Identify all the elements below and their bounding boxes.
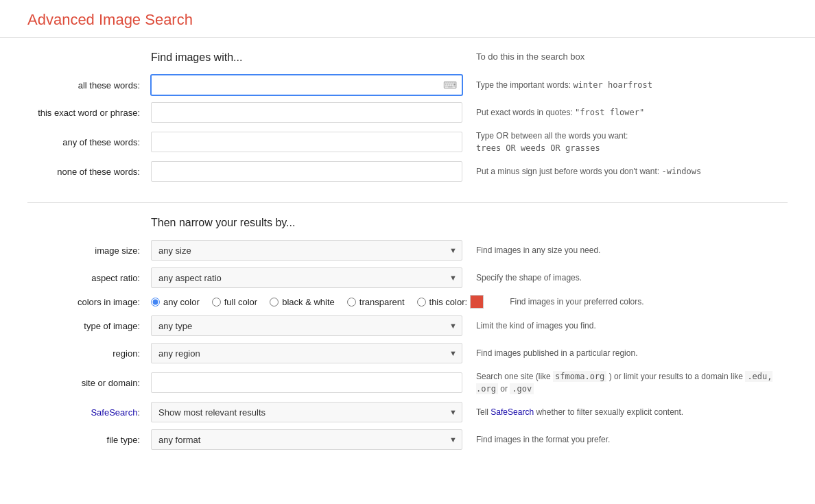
file-type-hint: Find images in the format you prefer. bbox=[476, 433, 788, 446]
file-type-label: file type: bbox=[27, 435, 151, 445]
site-domain-input[interactable] bbox=[151, 372, 462, 393]
image-size-hint: Find images in any size you need. bbox=[476, 244, 788, 256]
safesearch-wrapper: Show most relevant results Filter explic… bbox=[151, 402, 462, 422]
bw-radio-label[interactable]: black & white bbox=[270, 297, 335, 307]
safesearch-select-wrap: Show most relevant results Filter explic… bbox=[151, 402, 462, 422]
aspect-ratio-select[interactable]: any aspect ratio tall square wide panora… bbox=[151, 267, 462, 288]
transparent-radio[interactable] bbox=[347, 298, 356, 307]
aspect-ratio-select-wrap: any aspect ratio tall square wide panora… bbox=[151, 267, 462, 288]
all-words-input-wrap: ⌨ bbox=[151, 75, 462, 95]
none-words-label: none of these words: bbox=[27, 167, 151, 177]
narrow-section-title: Then narrow your results by... bbox=[151, 217, 556, 229]
bw-text: black & white bbox=[282, 297, 335, 307]
color-swatch[interactable] bbox=[470, 295, 484, 309]
any-color-radio-label[interactable]: any color bbox=[151, 297, 200, 307]
none-words-row: none of these words: Put a minus sign ju… bbox=[27, 161, 788, 182]
transparent-text: transparent bbox=[359, 297, 405, 307]
file-type-select[interactable]: any format jpg gif png bmp svg webp ico … bbox=[151, 429, 462, 450]
gov-hint: .gov bbox=[510, 383, 534, 394]
colors-row: colors in image: any color full color bl… bbox=[27, 295, 788, 309]
colors-label: colors in image: bbox=[27, 297, 151, 307]
page-header: Advanced Image Search bbox=[0, 0, 815, 38]
bw-radio[interactable] bbox=[270, 298, 279, 307]
any-words-label: any of these words: bbox=[27, 137, 151, 147]
safesearch-hint-link[interactable]: SafeSearch bbox=[491, 407, 534, 417]
find-images-section: Find images with... To do this in the se… bbox=[27, 51, 788, 182]
full-color-text: full color bbox=[224, 297, 257, 307]
exact-phrase-label: this exact word or phrase: bbox=[27, 108, 151, 118]
exact-phrase-row: this exact word or phrase: Put exact wor… bbox=[27, 102, 788, 123]
colors-input-area: any color full color black & white trans… bbox=[151, 295, 496, 309]
region-select-wrap: any region ▼ bbox=[151, 343, 462, 363]
image-size-select[interactable]: any size large medium icon bbox=[151, 240, 462, 261]
narrow-results-section: Then narrow your results by... image siz… bbox=[27, 217, 788, 450]
any-words-input[interactable] bbox=[151, 132, 462, 152]
site-domain-input-wrap bbox=[151, 372, 462, 393]
region-row: region: any region ▼ Find images publish… bbox=[27, 343, 788, 363]
colors-hint: Find images in your preferred colors. bbox=[510, 296, 788, 308]
type-of-image-wrapper: any type face photo clip art line drawin… bbox=[151, 315, 462, 336]
hint-column-title: To do this in the search box bbox=[476, 51, 788, 62]
region-wrapper: any region ▼ bbox=[151, 343, 462, 363]
region-hint: Find images published in a particular re… bbox=[476, 347, 788, 359]
exact-phrase-input-wrap bbox=[151, 102, 462, 123]
any-words-input-wrap bbox=[151, 132, 462, 152]
this-color-radio[interactable] bbox=[417, 298, 426, 307]
any-words-hint: Type OR between all the words you want:t… bbox=[476, 130, 788, 154]
type-of-image-hint: Limit the kind of images you find. bbox=[476, 320, 788, 332]
site-domain-label: site or domain: bbox=[27, 378, 151, 388]
none-words-input[interactable] bbox=[151, 161, 462, 182]
exact-phrase-input[interactable] bbox=[151, 102, 462, 123]
this-color-radio-label[interactable]: this color: bbox=[417, 295, 484, 309]
file-type-wrapper: any format jpg gif png bmp svg webp ico … bbox=[151, 429, 462, 450]
safesearch-row: SafeSearch: Show most relevant results F… bbox=[27, 402, 788, 422]
aspect-ratio-label: aspect ratio: bbox=[27, 273, 151, 283]
safesearch-hint: Tell SafeSearch whether to filter sexual… bbox=[476, 406, 788, 418]
image-size-row: image size: any size large medium icon ▼… bbox=[27, 240, 788, 261]
image-size-wrapper: any size large medium icon ▼ bbox=[151, 240, 462, 261]
colors-radio-group: any color full color black & white trans… bbox=[151, 295, 496, 309]
region-select[interactable]: any region bbox=[151, 343, 462, 363]
none-words-hint: Put a minus sign just before words you d… bbox=[476, 165, 788, 178]
keyboard-icon: ⌨ bbox=[443, 80, 457, 91]
sfmoma-hint: sfmoma.org bbox=[553, 371, 606, 382]
page-title: Advanced Image Search bbox=[27, 11, 788, 29]
safesearch-link[interactable]: SafeSearch bbox=[91, 407, 137, 418]
file-type-row: file type: any format jpg gif png bmp sv… bbox=[27, 429, 788, 450]
type-of-image-row: type of image: any type face photo clip … bbox=[27, 315, 788, 336]
aspect-ratio-wrapper: any aspect ratio tall square wide panora… bbox=[151, 267, 462, 288]
type-of-image-select[interactable]: any type face photo clip art line drawin… bbox=[151, 315, 462, 336]
all-words-row: all these words: ⌨ Type the important wo… bbox=[27, 75, 788, 95]
full-color-radio[interactable] bbox=[212, 298, 221, 307]
all-words-hint: Type the important words: winter hoarfro… bbox=[476, 79, 788, 91]
type-of-image-label: type of image: bbox=[27, 321, 151, 331]
section-divider bbox=[27, 202, 788, 203]
full-color-radio-label[interactable]: full color bbox=[212, 297, 257, 307]
type-of-image-select-wrap: any type face photo clip art line drawin… bbox=[151, 315, 462, 336]
region-label: region: bbox=[27, 348, 151, 359]
exact-phrase-hint: Put exact words in quotes: "frost flower… bbox=[476, 106, 788, 119]
all-words-label: all these words: bbox=[27, 80, 151, 91]
site-domain-hint: Search one site (like sfmoma.org ) or li… bbox=[476, 370, 788, 395]
safesearch-label: SafeSearch: bbox=[27, 407, 151, 418]
any-color-radio[interactable] bbox=[151, 298, 160, 307]
safesearch-select[interactable]: Show most relevant results Filter explic… bbox=[151, 402, 462, 422]
image-size-label: image size: bbox=[27, 245, 151, 256]
any-color-text: any color bbox=[163, 297, 200, 307]
site-domain-row: site or domain: Search one site (like sf… bbox=[27, 370, 788, 395]
this-color-text: this color: bbox=[429, 297, 468, 307]
none-words-input-wrap bbox=[151, 161, 462, 182]
aspect-ratio-row: aspect ratio: any aspect ratio tall squa… bbox=[27, 267, 788, 288]
image-size-select-wrap: any size large medium icon ▼ bbox=[151, 240, 462, 261]
file-type-select-wrap: any format jpg gif png bmp svg webp ico … bbox=[151, 429, 462, 450]
any-words-row: any of these words: Type OR between all … bbox=[27, 130, 788, 154]
find-section-title: Find images with... bbox=[151, 51, 462, 64]
transparent-radio-label[interactable]: transparent bbox=[347, 297, 405, 307]
aspect-ratio-hint: Specify the shape of images. bbox=[476, 272, 788, 284]
main-content: Find images with... To do this in the se… bbox=[0, 38, 815, 470]
all-words-input[interactable] bbox=[151, 75, 462, 95]
